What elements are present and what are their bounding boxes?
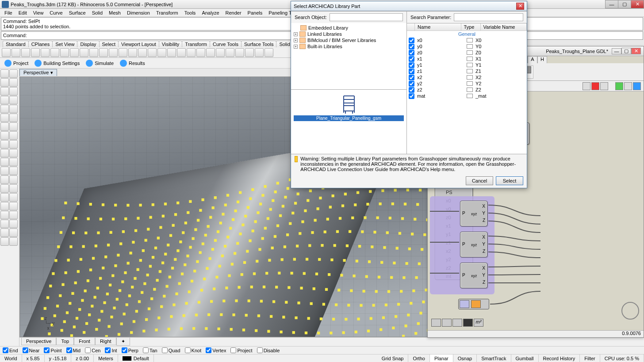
osnap-point[interactable]: Point	[44, 347, 61, 353]
tool-icon[interactable]	[9, 140, 18, 149]
gh-zoom-icon[interactable]	[431, 319, 441, 327]
tool-icon[interactable]	[0, 149, 9, 157]
tool-icon[interactable]	[0, 158, 9, 166]
gh-close-button[interactable]: ✕	[631, 48, 641, 54]
tree-node[interactable]: Embedded Library	[294, 25, 404, 31]
col-var[interactable]: Variable Name	[481, 23, 527, 30]
filter-tab[interactable]: Visibility	[159, 41, 183, 47]
toolbar-icon[interactable]	[2, 48, 11, 57]
osnap-quad[interactable]: Quad	[162, 347, 180, 353]
tool-icon[interactable]	[0, 202, 9, 210]
toolbar-icon[interactable]	[167, 48, 176, 57]
status-toggle[interactable]: Ortho	[408, 354, 430, 362]
osnap-vertex[interactable]: Vertex	[206, 347, 226, 353]
toolbar-icon[interactable]	[148, 48, 157, 57]
tree-node[interactable]: +BIMcloud / BIM Server Libraries	[294, 37, 404, 43]
minimize-button[interactable]: —	[605, 0, 618, 8]
tool-icon[interactable]	[0, 229, 9, 237]
status-toggle[interactable]: Grid Snap	[377, 354, 409, 362]
gh-min-button[interactable]: —	[612, 48, 621, 54]
dialog-close-button[interactable]: ✕	[516, 3, 524, 10]
toolbar-icon[interactable]	[31, 48, 40, 57]
viewport-tab-✦[interactable]: ✦	[116, 338, 130, 346]
tool-icon[interactable]	[0, 114, 9, 122]
col-type[interactable]: Type	[461, 23, 481, 30]
menu-analyze[interactable]: Analyze	[199, 10, 222, 16]
tool-icon[interactable]	[0, 193, 9, 202]
filter-tab[interactable]: Display	[77, 41, 99, 47]
toolbar-icon[interactable]	[226, 48, 234, 57]
tool-icon[interactable]	[0, 237, 9, 246]
toolbar-icon[interactable]	[50, 48, 59, 57]
search-parameter-input[interactable]	[454, 13, 523, 21]
tool-icon[interactable]	[9, 175, 18, 184]
status-y[interactable]: y -15.18	[45, 354, 72, 362]
toolbar-icon[interactable]	[187, 48, 196, 57]
menu-mesh[interactable]: Mesh	[106, 10, 123, 16]
tool-icon[interactable]	[0, 122, 9, 131]
library-preview[interactable]: Plane_Triangular_Panelling_gsm	[291, 89, 406, 154]
swatch-component[interactable]	[458, 299, 489, 309]
col-name[interactable]: Name	[415, 23, 461, 30]
param-checkbox[interactable]	[409, 69, 414, 74]
menu-solid[interactable]: Solid	[89, 10, 105, 16]
toolbar-icon[interactable]	[206, 48, 215, 57]
filter-tab[interactable]: CPlanes	[28, 41, 53, 47]
gh-tab[interactable]: H	[537, 56, 547, 63]
param-row[interactable]: y1Y1	[407, 62, 527, 68]
toolbar-icon[interactable]	[109, 48, 118, 57]
param-checkbox[interactable]	[409, 87, 414, 93]
status-units[interactable]: Meters	[94, 354, 118, 362]
gh-cancel-icon[interactable]	[463, 319, 473, 327]
tool-icon[interactable]	[9, 158, 18, 166]
tool-icon[interactable]	[0, 184, 9, 193]
gh-shaded-icon[interactable]	[615, 82, 623, 90]
gh-wire-icon[interactable]	[600, 82, 608, 90]
tool-icon[interactable]	[0, 131, 9, 140]
menu-surface[interactable]: Surface	[66, 10, 88, 16]
osnap-int[interactable]: Int	[105, 347, 117, 353]
param-checkbox[interactable]	[409, 56, 414, 62]
tool-icon[interactable]	[0, 105, 9, 113]
tool-icon[interactable]	[9, 220, 18, 228]
gh-tab[interactable]: A	[528, 56, 537, 63]
tool-icon[interactable]	[9, 78, 18, 87]
tool-icon[interactable]	[9, 149, 18, 157]
osnap-mid[interactable]: Mid	[66, 347, 81, 353]
param-row[interactable]: x2X2	[407, 74, 527, 80]
gh-disable-icon[interactable]	[591, 82, 599, 90]
status-layer[interactable]: Default	[118, 354, 154, 362]
compass-icon[interactable]	[621, 302, 639, 320]
simulate-button[interactable]: Simulate	[86, 60, 114, 67]
menu-render[interactable]: Render	[223, 10, 244, 16]
tool-icon[interactable]	[9, 69, 18, 78]
osnap-near[interactable]: Near	[23, 347, 40, 353]
param-row[interactable]: y2Y2	[407, 80, 527, 87]
status-z[interactable]: z 0.00	[71, 354, 94, 362]
toolbar-icon[interactable]	[99, 48, 108, 57]
tool-icon[interactable]	[9, 122, 18, 131]
toolbar-icon[interactable]	[255, 48, 264, 57]
toolbar-icon[interactable]	[119, 48, 127, 57]
toolbar-icon[interactable]	[80, 48, 88, 57]
building-settings-button[interactable]: Building Settings	[34, 60, 80, 67]
status-toggle[interactable]: Planar	[430, 354, 453, 362]
gh-render-icon[interactable]	[633, 82, 641, 90]
osnap-knot[interactable]: Knot	[185, 347, 202, 353]
status-x[interactable]: x 5.85	[22, 354, 45, 362]
tool-icon[interactable]	[0, 78, 9, 87]
tool-icon[interactable]	[9, 105, 18, 113]
param-checkbox[interactable]	[409, 81, 414, 87]
tool-icon[interactable]	[9, 87, 18, 95]
tool-icon[interactable]	[9, 114, 18, 122]
param-checkbox[interactable]	[409, 62, 414, 68]
menu-view[interactable]: View	[31, 10, 46, 16]
maximize-button[interactable]: ▢	[618, 0, 631, 8]
viewport-tab-front[interactable]: Front	[74, 338, 95, 345]
status-toggle[interactable]: Osnap	[453, 354, 477, 362]
toolbar-icon[interactable]	[177, 48, 186, 57]
tool-icon[interactable]	[0, 87, 9, 95]
filter-tab[interactable]: Viewport Layout	[118, 41, 159, 47]
toolbar-icon[interactable]	[138, 48, 147, 57]
tool-icon[interactable]	[9, 211, 18, 219]
